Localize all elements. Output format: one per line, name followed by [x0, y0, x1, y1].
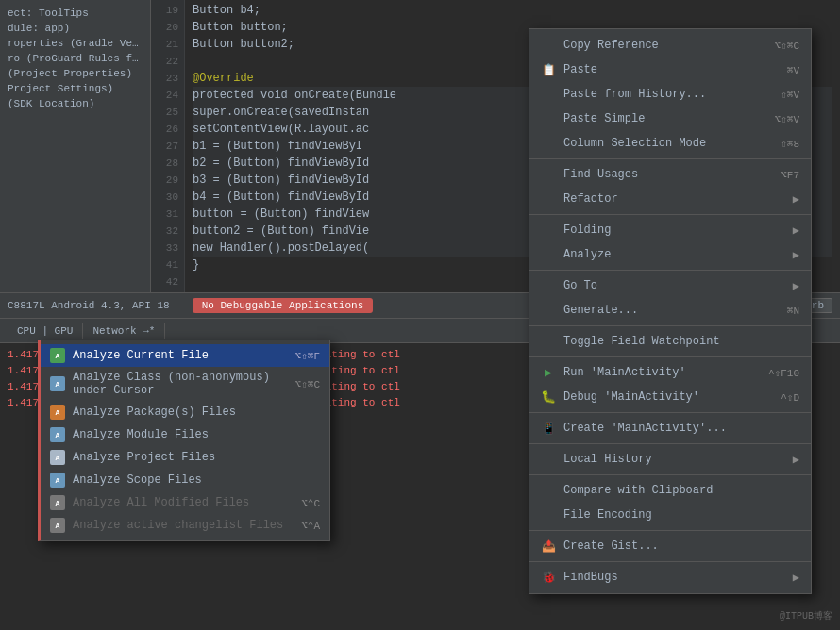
- ctx-separator: [529, 530, 811, 531]
- submenu-arrow: ▶: [793, 279, 799, 293]
- ctx-separator: [529, 561, 811, 562]
- analyze-shortcut-0: ⌥⇧⌘F: [295, 350, 320, 362]
- ctx-separator: [529, 474, 811, 475]
- ctx-item-local-history[interactable]: Local History▶: [529, 447, 811, 472]
- analyze-icon-1: A: [50, 376, 65, 391]
- menu-icon: [541, 334, 556, 349]
- sidebar-item-6[interactable]: (SDK Location): [0, 96, 150, 111]
- analyze-shortcut-6: ⌥⌃C: [301, 497, 320, 509]
- paste-icon: 📋: [541, 62, 556, 77]
- ctx-label: Copy Reference: [563, 39, 659, 52]
- analyze-label-5: Analyze Scope Files: [73, 473, 320, 487]
- sidebar-item-4[interactable]: (Project Properties): [0, 66, 150, 81]
- context-menu: Copy Reference⌥⇧⌘C📋Paste⌘VPaste from His…: [529, 28, 812, 594]
- menu-icon: [541, 507, 556, 522]
- analyze-item-5[interactable]: AAnalyze Scope Files: [41, 469, 329, 491]
- analyze-item-2[interactable]: AAnalyze Package(s) Files: [41, 401, 329, 423]
- ctx-item-file-encoding[interactable]: File Encoding: [529, 503, 811, 527]
- ctx-item-paste-simple[interactable]: Paste Simple⌥⇧⌘V: [529, 107, 811, 131]
- ctx-item-refactor[interactable]: Refactor▶: [529, 187, 811, 211]
- ctx-label: Toggle Field Watchpoint: [563, 335, 720, 348]
- debug-icon: 🐛: [541, 390, 556, 405]
- sidebar-item-0[interactable]: ect: ToolTips: [0, 6, 150, 21]
- analyze-label-0: Analyze Current File: [73, 349, 295, 362]
- menu-icon: [541, 111, 556, 126]
- menu-icon: [541, 483, 556, 498]
- tab-cpu-gpu[interactable]: CPU | GPU: [8, 323, 83, 339]
- analyze-icon-3: A: [50, 427, 65, 442]
- submenu-arrow: ▶: [793, 248, 799, 262]
- analyze-icon-2: A: [50, 405, 65, 420]
- ctx-item-create-mainactivity[interactable]: 📱Create 'MainActivity'...: [529, 416, 811, 440]
- ctx-label: Refactor: [563, 192, 618, 206]
- ctx-item-analyze[interactable]: Analyze▶: [529, 242, 811, 267]
- ctx-item-compare-with-clipboard[interactable]: Compare with Clipboard: [529, 478, 811, 503]
- submenu-arrow: ▶: [793, 224, 799, 238]
- menu-icon: [541, 278, 556, 293]
- analyze-label-7: Analyze active changelist Files: [73, 519, 301, 532]
- project-sidebar: ect: ToolTips dule: app) roperties (Grad…: [0, 0, 151, 292]
- shortcut-label: ^⇧F10: [768, 367, 799, 379]
- ctx-label: FindBugs: [563, 571, 618, 584]
- ctx-label: Debug 'MainActivity': [563, 390, 699, 404]
- ctx-label: Create Gist...: [563, 539, 659, 553]
- analyze-item-0[interactable]: AAnalyze Current File⌥⇧⌘F: [41, 344, 329, 367]
- ctx-separator: [529, 270, 811, 271]
- tab-network[interactable]: Network →*: [83, 323, 165, 339]
- ctx-separator: [529, 214, 811, 215]
- analyze-icon-0: A: [50, 348, 65, 363]
- ctx-item-paste[interactable]: 📋Paste⌘V: [529, 58, 811, 82]
- ctx-label: Paste: [563, 63, 597, 76]
- ctx-separator: [529, 356, 811, 357]
- ctx-item-folding[interactable]: Folding▶: [529, 218, 811, 242]
- menu-icon: [541, 452, 556, 467]
- sidebar-item-3[interactable]: ro (ProGuard Rules for: [0, 51, 150, 66]
- sidebar-item-2[interactable]: roperties (Gradle Versi: [0, 36, 150, 51]
- analyze-submenu: AAnalyze Current File⌥⇧⌘FAAnalyze Class …: [38, 340, 330, 541]
- ctx-item-generate[interactable]: Generate...⌘N: [529, 298, 811, 323]
- ctx-item-findbugs[interactable]: 🐞FindBugs▶: [529, 565, 811, 589]
- analyze-shortcut-7: ⌥⌃A: [301, 520, 320, 532]
- ctx-item-debug-mainactivity[interactable]: 🐛Debug 'MainActivity'^⇧D: [529, 385, 811, 409]
- menu-icon: [541, 136, 556, 151]
- analyze-icon-6: A: [50, 495, 65, 510]
- create-icon: 📱: [541, 421, 556, 436]
- ctx-item-copy-reference[interactable]: Copy Reference⌥⇧⌘C: [529, 33, 811, 58]
- analyze-item-4[interactable]: AAnalyze Project Files: [41, 446, 329, 469]
- shortcut-label: ⌥⇧⌘V: [775, 113, 799, 125]
- ctx-label: Compare with Clipboard: [563, 484, 713, 497]
- ctx-label: Analyze: [563, 248, 611, 261]
- ctx-item-toggle-field-watchpoint[interactable]: Toggle Field Watchpoint: [529, 329, 811, 354]
- menu-icon: [541, 87, 556, 102]
- ctx-item-go-to[interactable]: Go To▶: [529, 274, 811, 298]
- ctx-item-run-mainactivity[interactable]: ▶Run 'MainActivity'^⇧F10: [529, 360, 811, 385]
- shortcut-label: ⌥⇧⌘C: [775, 40, 799, 52]
- sidebar-item-1[interactable]: dule: app): [0, 21, 150, 36]
- ctx-separator: [529, 443, 811, 444]
- findbugs-icon: 🐞: [541, 570, 556, 585]
- gist-icon: 📤: [541, 539, 556, 554]
- analyze-item-1[interactable]: AAnalyze Class (non-anonymous) under Cur…: [41, 367, 329, 401]
- ctx-label: File Encoding: [563, 508, 652, 522]
- ctx-label: Folding: [563, 224, 611, 237]
- device-info: C8817L Android 4.3, API 18: [8, 300, 170, 311]
- ctx-item-create-gist[interactable]: 📤Create Gist...: [529, 534, 811, 558]
- ctx-item-column-selection-mode[interactable]: Column Selection Mode⇧⌘8: [529, 131, 811, 156]
- sidebar-item-5[interactable]: Project Settings): [0, 81, 150, 96]
- submenu-arrow: ▶: [793, 453, 799, 467]
- run-icon: ▶: [541, 365, 556, 380]
- analyze-item-3[interactable]: AAnalyze Module Files: [41, 423, 329, 446]
- ctx-label: Paste Simple: [563, 112, 645, 125]
- ctx-label: Create 'MainActivity'...: [563, 422, 727, 435]
- debug-badge: No Debuggable Applications: [193, 298, 374, 313]
- ctx-separator: [529, 325, 811, 326]
- menu-icon: [541, 223, 556, 238]
- analyze-item-6: AAnalyze All Modified Files⌥⌃C: [41, 491, 329, 514]
- ctx-item-paste-from-history[interactable]: Paste from History...⇧⌘V: [529, 82, 811, 107]
- ctx-item-find-usages[interactable]: Find Usages⌥F7: [529, 162, 811, 187]
- analyze-label-2: Analyze Package(s) Files: [73, 406, 320, 419]
- analyze-label-3: Analyze Module Files: [73, 428, 320, 441]
- submenu-arrow: ▶: [793, 192, 799, 207]
- menu-icon: [541, 247, 556, 262]
- analyze-label-1: Analyze Class (non-anonymous) under Curs…: [73, 371, 295, 397]
